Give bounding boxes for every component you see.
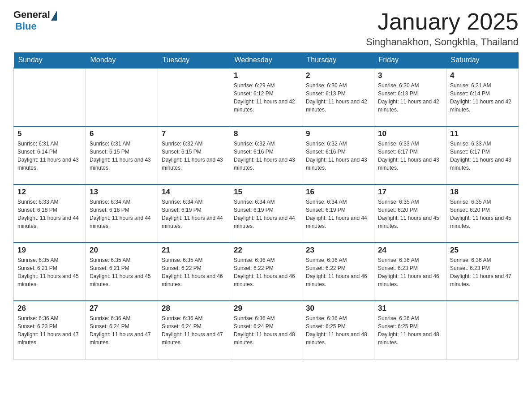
calendar-cell: 17Sunrise: 6:35 AM Sunset: 6:20 PM Dayli… <box>374 184 446 243</box>
calendar-cell: 28Sunrise: 6:36 AM Sunset: 6:24 PM Dayli… <box>158 301 230 359</box>
day-info: Sunrise: 6:36 AM Sunset: 6:22 PM Dayligh… <box>306 256 370 288</box>
calendar-cell: 16Sunrise: 6:34 AM Sunset: 6:19 PM Dayli… <box>302 184 374 243</box>
day-number: 20 <box>90 246 154 255</box>
calendar-header-row: SundayMondayTuesdayWednesdayThursdayFrid… <box>14 52 519 68</box>
day-info: Sunrise: 6:34 AM Sunset: 6:19 PM Dayligh… <box>306 198 370 230</box>
calendar-week-row: 26Sunrise: 6:36 AM Sunset: 6:23 PM Dayli… <box>14 301 519 359</box>
calendar-cell: 8Sunrise: 6:32 AM Sunset: 6:16 PM Daylig… <box>230 126 302 184</box>
calendar-cell: 7Sunrise: 6:32 AM Sunset: 6:15 PM Daylig… <box>158 126 230 184</box>
day-number: 28 <box>162 304 226 313</box>
calendar-cell: 14Sunrise: 6:34 AM Sunset: 6:19 PM Dayli… <box>158 184 230 243</box>
logo: General Blue <box>13 9 57 32</box>
page-header: General Blue January 2025 Singhanakhon, … <box>13 9 519 48</box>
calendar-cell: 5Sunrise: 6:31 AM Sunset: 6:14 PM Daylig… <box>14 126 86 184</box>
calendar-cell: 26Sunrise: 6:36 AM Sunset: 6:23 PM Dayli… <box>14 301 86 359</box>
day-info: Sunrise: 6:31 AM Sunset: 6:14 PM Dayligh… <box>17 140 82 172</box>
calendar-table: SundayMondayTuesdayWednesdayThursdayFrid… <box>13 52 519 360</box>
day-info: Sunrise: 6:36 AM Sunset: 6:24 PM Dayligh… <box>90 314 154 347</box>
day-info: Sunrise: 6:35 AM Sunset: 6:20 PM Dayligh… <box>378 198 442 230</box>
calendar-week-row: 12Sunrise: 6:33 AM Sunset: 6:18 PM Dayli… <box>14 184 519 243</box>
calendar-cell: 27Sunrise: 6:36 AM Sunset: 6:24 PM Dayli… <box>86 301 158 359</box>
day-info: Sunrise: 6:33 AM Sunset: 6:17 PM Dayligh… <box>450 140 515 172</box>
day-info: Sunrise: 6:29 AM Sunset: 6:12 PM Dayligh… <box>234 81 298 114</box>
calendar-cell: 13Sunrise: 6:34 AM Sunset: 6:18 PM Dayli… <box>86 184 158 243</box>
calendar-cell: 22Sunrise: 6:36 AM Sunset: 6:22 PM Dayli… <box>230 243 302 301</box>
day-of-week-header: Saturday <box>446 52 519 68</box>
calendar-cell: 6Sunrise: 6:31 AM Sunset: 6:15 PM Daylig… <box>86 126 158 184</box>
logo-triangle-icon <box>51 11 57 21</box>
day-number: 6 <box>90 129 154 138</box>
day-number: 8 <box>234 129 298 138</box>
day-number: 12 <box>17 188 82 197</box>
calendar-cell: 23Sunrise: 6:36 AM Sunset: 6:22 PM Dayli… <box>302 243 374 301</box>
day-number: 18 <box>450 188 515 197</box>
day-number: 24 <box>378 246 442 255</box>
day-info: Sunrise: 6:35 AM Sunset: 6:20 PM Dayligh… <box>450 198 515 230</box>
calendar-cell: 3Sunrise: 6:30 AM Sunset: 6:13 PM Daylig… <box>374 68 446 126</box>
day-info: Sunrise: 6:36 AM Sunset: 6:25 PM Dayligh… <box>306 314 370 347</box>
day-number: 7 <box>162 129 226 138</box>
calendar-cell: 2Sunrise: 6:30 AM Sunset: 6:13 PM Daylig… <box>302 68 374 126</box>
day-number: 26 <box>17 304 82 313</box>
calendar-cell: 19Sunrise: 6:35 AM Sunset: 6:21 PM Dayli… <box>14 243 86 301</box>
calendar-cell: 10Sunrise: 6:33 AM Sunset: 6:17 PM Dayli… <box>374 126 446 184</box>
day-info: Sunrise: 6:36 AM Sunset: 6:23 PM Dayligh… <box>17 314 82 347</box>
day-number: 31 <box>378 304 442 313</box>
calendar-week-row: 19Sunrise: 6:35 AM Sunset: 6:21 PM Dayli… <box>14 243 519 301</box>
day-number: 9 <box>306 129 370 138</box>
day-of-week-header: Tuesday <box>158 52 230 68</box>
day-info: Sunrise: 6:33 AM Sunset: 6:17 PM Dayligh… <box>378 140 442 172</box>
day-number: 29 <box>234 304 298 313</box>
logo-blue-text: Blue <box>15 21 37 32</box>
day-info: Sunrise: 6:32 AM Sunset: 6:16 PM Dayligh… <box>234 140 298 172</box>
calendar-title: January 2025 <box>366 9 519 34</box>
day-info: Sunrise: 6:35 AM Sunset: 6:22 PM Dayligh… <box>162 256 226 288</box>
day-number: 30 <box>306 304 370 313</box>
day-number: 5 <box>17 129 82 138</box>
calendar-cell: 29Sunrise: 6:36 AM Sunset: 6:24 PM Dayli… <box>230 301 302 359</box>
calendar-week-row: 1Sunrise: 6:29 AM Sunset: 6:12 PM Daylig… <box>14 68 519 126</box>
day-info: Sunrise: 6:36 AM Sunset: 6:24 PM Dayligh… <box>162 314 226 347</box>
day-info: Sunrise: 6:31 AM Sunset: 6:15 PM Dayligh… <box>90 140 154 172</box>
day-number: 13 <box>90 188 154 197</box>
day-number: 16 <box>306 188 370 197</box>
calendar-cell: 9Sunrise: 6:32 AM Sunset: 6:16 PM Daylig… <box>302 126 374 184</box>
logo-general-text: General <box>13 9 50 21</box>
day-info: Sunrise: 6:34 AM Sunset: 6:19 PM Dayligh… <box>234 198 298 230</box>
day-number: 15 <box>234 188 298 197</box>
calendar-cell: 25Sunrise: 6:36 AM Sunset: 6:23 PM Dayli… <box>446 243 519 301</box>
calendar-cell <box>86 68 158 126</box>
calendar-cell: 11Sunrise: 6:33 AM Sunset: 6:17 PM Dayli… <box>446 126 519 184</box>
day-number: 27 <box>90 304 154 313</box>
day-of-week-header: Sunday <box>14 52 86 68</box>
day-info: Sunrise: 6:36 AM Sunset: 6:24 PM Dayligh… <box>234 314 298 347</box>
day-number: 2 <box>306 71 370 80</box>
title-area: January 2025 Singhanakhon, Songkhla, Tha… <box>366 9 519 48</box>
day-number: 10 <box>378 129 442 138</box>
calendar-cell: 12Sunrise: 6:33 AM Sunset: 6:18 PM Dayli… <box>14 184 86 243</box>
calendar-cell: 15Sunrise: 6:34 AM Sunset: 6:19 PM Dayli… <box>230 184 302 243</box>
day-of-week-header: Wednesday <box>230 52 302 68</box>
calendar-cell: 24Sunrise: 6:36 AM Sunset: 6:23 PM Dayli… <box>374 243 446 301</box>
day-info: Sunrise: 6:34 AM Sunset: 6:18 PM Dayligh… <box>90 198 154 230</box>
day-info: Sunrise: 6:33 AM Sunset: 6:18 PM Dayligh… <box>17 198 82 230</box>
day-info: Sunrise: 6:36 AM Sunset: 6:25 PM Dayligh… <box>378 314 442 347</box>
day-info: Sunrise: 6:36 AM Sunset: 6:23 PM Dayligh… <box>378 256 442 288</box>
day-number: 1 <box>234 71 298 80</box>
day-number: 22 <box>234 246 298 255</box>
day-info: Sunrise: 6:35 AM Sunset: 6:21 PM Dayligh… <box>90 256 154 288</box>
day-info: Sunrise: 6:32 AM Sunset: 6:15 PM Dayligh… <box>162 140 226 172</box>
day-number: 19 <box>17 246 82 255</box>
day-info: Sunrise: 6:34 AM Sunset: 6:19 PM Dayligh… <box>162 198 226 230</box>
day-of-week-header: Thursday <box>302 52 374 68</box>
day-number: 4 <box>450 71 515 80</box>
day-of-week-header: Friday <box>374 52 446 68</box>
calendar-week-row: 5Sunrise: 6:31 AM Sunset: 6:14 PM Daylig… <box>14 126 519 184</box>
day-info: Sunrise: 6:31 AM Sunset: 6:14 PM Dayligh… <box>450 81 515 114</box>
day-number: 21 <box>162 246 226 255</box>
calendar-cell: 18Sunrise: 6:35 AM Sunset: 6:20 PM Dayli… <box>446 184 519 243</box>
day-number: 11 <box>450 129 515 138</box>
day-number: 17 <box>378 188 442 197</box>
calendar-cell: 4Sunrise: 6:31 AM Sunset: 6:14 PM Daylig… <box>446 68 519 126</box>
day-info: Sunrise: 6:36 AM Sunset: 6:22 PM Dayligh… <box>234 256 298 288</box>
